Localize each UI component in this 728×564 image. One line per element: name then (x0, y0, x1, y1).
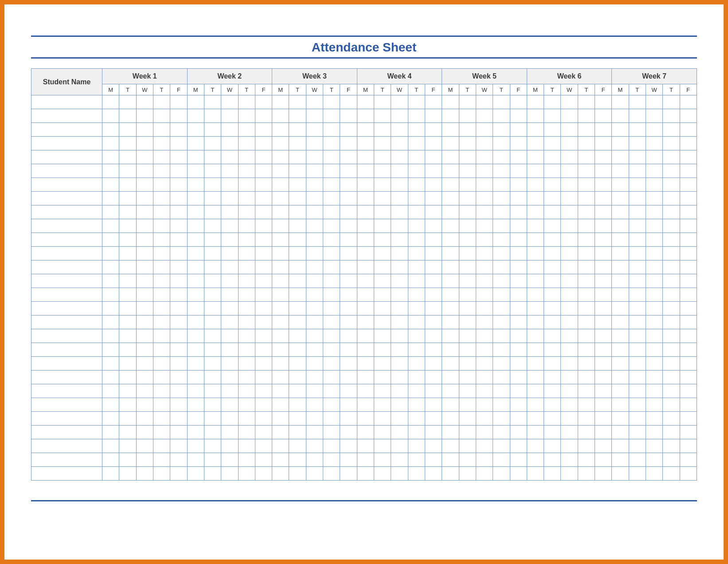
attendance-cell[interactable] (374, 343, 391, 357)
attendance-cell[interactable] (340, 247, 357, 260)
attendance-cell[interactable] (153, 453, 170, 467)
attendance-cell[interactable] (204, 109, 221, 123)
attendance-cell[interactable] (204, 192, 221, 205)
attendance-cell[interactable] (289, 467, 306, 481)
attendance-cell[interactable] (238, 247, 255, 260)
attendance-cell[interactable] (221, 316, 238, 329)
attendance-cell[interactable] (595, 384, 612, 398)
attendance-cell[interactable] (136, 123, 153, 137)
attendance-cell[interactable] (646, 426, 663, 439)
attendance-cell[interactable] (561, 150, 578, 164)
attendance-cell[interactable] (255, 274, 272, 288)
attendance-cell[interactable] (544, 384, 561, 398)
attendance-cell[interactable] (374, 95, 391, 109)
attendance-cell[interactable] (136, 343, 153, 357)
attendance-cell[interactable] (357, 412, 374, 426)
attendance-cell[interactable] (561, 260, 578, 274)
attendance-cell[interactable] (119, 329, 136, 343)
attendance-cell[interactable] (408, 316, 425, 329)
attendance-cell[interactable] (391, 123, 408, 137)
attendance-cell[interactable] (425, 150, 442, 164)
attendance-cell[interactable] (255, 357, 272, 371)
attendance-cell[interactable] (187, 329, 204, 343)
attendance-cell[interactable] (663, 316, 680, 329)
attendance-cell[interactable] (629, 343, 646, 357)
attendance-cell[interactable] (459, 150, 476, 164)
attendance-cell[interactable] (272, 412, 289, 426)
attendance-cell[interactable] (221, 384, 238, 398)
attendance-cell[interactable] (289, 164, 306, 178)
attendance-cell[interactable] (663, 192, 680, 205)
attendance-cell[interactable] (527, 412, 544, 426)
attendance-cell[interactable] (561, 316, 578, 329)
attendance-cell[interactable] (119, 247, 136, 260)
attendance-cell[interactable] (306, 357, 323, 371)
attendance-cell[interactable] (323, 302, 340, 316)
attendance-cell[interactable] (170, 467, 187, 481)
attendance-cell[interactable] (187, 343, 204, 357)
attendance-cell[interactable] (544, 357, 561, 371)
student-name-cell[interactable] (31, 398, 102, 412)
attendance-cell[interactable] (119, 109, 136, 123)
attendance-cell[interactable] (459, 398, 476, 412)
attendance-cell[interactable] (153, 412, 170, 426)
attendance-cell[interactable] (391, 316, 408, 329)
attendance-cell[interactable] (170, 150, 187, 164)
attendance-cell[interactable] (102, 137, 119, 150)
attendance-cell[interactable] (340, 426, 357, 439)
attendance-cell[interactable] (153, 247, 170, 260)
attendance-cell[interactable] (578, 302, 595, 316)
attendance-cell[interactable] (255, 439, 272, 453)
attendance-cell[interactable] (221, 357, 238, 371)
attendance-cell[interactable] (323, 439, 340, 453)
attendance-cell[interactable] (527, 150, 544, 164)
student-name-cell[interactable] (31, 453, 102, 467)
attendance-cell[interactable] (680, 150, 697, 164)
attendance-cell[interactable] (153, 123, 170, 137)
attendance-cell[interactable] (255, 288, 272, 302)
attendance-cell[interactable] (272, 233, 289, 247)
attendance-cell[interactable] (425, 343, 442, 357)
student-name-cell[interactable] (31, 467, 102, 481)
attendance-cell[interactable] (204, 302, 221, 316)
attendance-cell[interactable] (510, 329, 527, 343)
attendance-cell[interactable] (612, 109, 629, 123)
attendance-cell[interactable] (544, 247, 561, 260)
attendance-cell[interactable] (561, 302, 578, 316)
attendance-cell[interactable] (238, 137, 255, 150)
attendance-cell[interactable] (340, 357, 357, 371)
attendance-cell[interactable] (578, 274, 595, 288)
attendance-cell[interactable] (272, 467, 289, 481)
attendance-cell[interactable] (408, 274, 425, 288)
attendance-cell[interactable] (612, 453, 629, 467)
attendance-cell[interactable] (170, 316, 187, 329)
attendance-cell[interactable] (408, 398, 425, 412)
attendance-cell[interactable] (187, 164, 204, 178)
attendance-cell[interactable] (510, 357, 527, 371)
attendance-cell[interactable] (544, 426, 561, 439)
attendance-cell[interactable] (187, 426, 204, 439)
attendance-cell[interactable] (408, 123, 425, 137)
attendance-cell[interactable] (629, 123, 646, 137)
attendance-cell[interactable] (374, 233, 391, 247)
attendance-cell[interactable] (646, 467, 663, 481)
attendance-cell[interactable] (612, 260, 629, 274)
attendance-cell[interactable] (408, 109, 425, 123)
attendance-cell[interactable] (629, 329, 646, 343)
attendance-cell[interactable] (136, 288, 153, 302)
attendance-cell[interactable] (459, 384, 476, 398)
attendance-cell[interactable] (357, 109, 374, 123)
attendance-cell[interactable] (289, 316, 306, 329)
attendance-cell[interactable] (119, 357, 136, 371)
attendance-cell[interactable] (493, 302, 510, 316)
attendance-cell[interactable] (170, 398, 187, 412)
attendance-cell[interactable] (255, 123, 272, 137)
attendance-cell[interactable] (170, 274, 187, 288)
attendance-cell[interactable] (527, 247, 544, 260)
attendance-cell[interactable] (102, 164, 119, 178)
attendance-cell[interactable] (595, 357, 612, 371)
attendance-cell[interactable] (306, 233, 323, 247)
attendance-cell[interactable] (680, 109, 697, 123)
attendance-cell[interactable] (629, 398, 646, 412)
attendance-cell[interactable] (391, 233, 408, 247)
